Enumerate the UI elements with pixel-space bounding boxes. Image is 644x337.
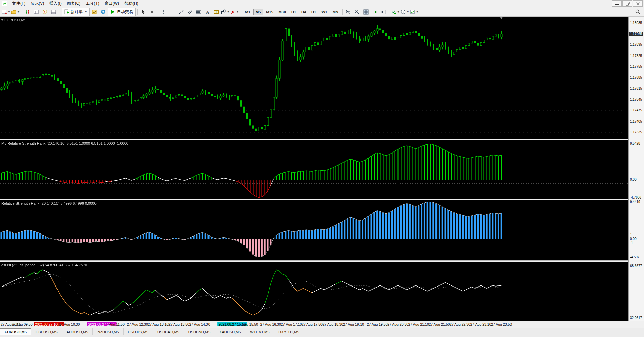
market-watch-button[interactable]	[24, 8, 32, 16]
timeframe-m5-button[interactable]: M5	[253, 9, 263, 15]
chart-tab-audusd-m5[interactable]: AUDUSD,M5	[62, 328, 93, 335]
auto-trading-button[interactable]: 自动交易	[108, 8, 136, 16]
menu-file[interactable]: 文件(F)	[9, 0, 28, 7]
terminal-button[interactable]	[50, 8, 58, 16]
chart-tab-dxy-u1-m5[interactable]: DXY_U1,M5	[274, 328, 304, 335]
scale-label: 1.17545	[630, 98, 642, 101]
community-button[interactable]	[99, 8, 107, 16]
templates-button[interactable]: ▼	[410, 8, 419, 16]
chart-tab-gbpusd-m5[interactable]: GBPUSD,M5	[31, 328, 62, 335]
profiles-button[interactable]: ▼	[11, 8, 20, 16]
auto-trading-label: 自动交易	[117, 9, 133, 15]
time-label: 27 Aug 13:50	[168, 322, 189, 326]
time-label: 27 Aug 13:10	[148, 322, 168, 326]
templates-icon	[410, 9, 415, 15]
data-window-icon	[34, 9, 39, 15]
menu-insert[interactable]: 插入(I)	[47, 0, 64, 7]
tile-windows-button[interactable]	[362, 8, 370, 16]
horizontal-line-button[interactable]	[168, 8, 177, 16]
menu-window[interactable]: 窗口(W)	[102, 0, 122, 7]
community-icon	[101, 9, 106, 15]
chart-tab-eurusd-m5[interactable]: EURUSD,M5	[0, 328, 31, 335]
text-label-tool-button[interactable]: T	[212, 8, 220, 16]
restore-button[interactable]	[622, 0, 632, 7]
new-order-label: 新订单	[71, 9, 83, 15]
navigator-button[interactable]	[41, 8, 49, 16]
zoom-out-button[interactable]	[353, 8, 361, 16]
time-label: 27 Aug 22:30	[450, 322, 470, 326]
trendline-button[interactable]	[177, 8, 185, 16]
one-click-trading-arrow-icon[interactable]	[1, 19, 4, 21]
time-label: Aug 15:50	[242, 322, 258, 326]
time-label: 27 Aug 17:50	[302, 322, 323, 326]
search-icon[interactable]	[635, 9, 641, 16]
period-list-button[interactable]: ▼	[401, 8, 409, 16]
minimize-button[interactable]	[612, 0, 622, 7]
menu-help[interactable]: 帮助(H)	[122, 0, 141, 7]
indicator-panel-rsr-m5[interactable]	[0, 140, 628, 199]
timeframe-m1-button[interactable]: M1	[243, 9, 253, 15]
chevron-down-icon: ▼	[85, 10, 87, 13]
chart-tab-xauusd-m5[interactable]: XAUUSD,M5	[215, 328, 245, 335]
chart-tab-nzdusd-m5[interactable]: NZDUSD,M5	[93, 328, 123, 335]
market-watch-icon	[25, 9, 30, 15]
vertical-line-icon	[161, 9, 166, 15]
chevron-down-icon: ▼	[397, 10, 400, 13]
toolbar-separator	[389, 9, 389, 15]
indicator-panel-dsl-rsi[interactable]	[0, 262, 628, 321]
profiles-icon	[11, 9, 16, 15]
timeframe-h4-button[interactable]: H4	[299, 9, 308, 15]
price-scale[interactable]: 1.180351.178951.178251.177551.176851.176…	[628, 17, 644, 321]
menu-tools[interactable]: 工具(T)	[83, 0, 102, 7]
indicator-title: dsl rsi (32, dsl period : 32) 54.8766 41…	[1, 263, 87, 267]
time-label: 27 Aug 19:50	[367, 322, 388, 326]
data-window-button[interactable]	[32, 8, 40, 16]
scale-label: 68.6677	[630, 264, 642, 268]
chart-tab-usdjpy-m5[interactable]: USDJPY,M5	[124, 328, 153, 335]
chart-tab-usdcad-m5[interactable]: USDCAD,M5	[153, 328, 184, 335]
metaeditor-button[interactable]	[90, 8, 99, 16]
shapes-button[interactable]: ▼	[221, 8, 230, 16]
timeframe-m30-button[interactable]: M30	[276, 9, 288, 15]
auto-trading-icon	[110, 9, 116, 15]
auto-scroll-button[interactable]	[371, 8, 379, 16]
chart-shift-button[interactable]	[379, 8, 387, 16]
current-price-tag: 1.17965	[629, 32, 643, 36]
close-button[interactable]	[633, 0, 643, 7]
indicator-panel-rsr[interactable]	[0, 200, 628, 260]
text-tool-button[interactable]: A	[203, 8, 212, 16]
indicators-list-icon	[391, 9, 396, 15]
new-chart-button[interactable]: ▼	[2, 8, 10, 16]
arrow-tools-button[interactable]: ▼	[230, 8, 239, 16]
time-axis[interactable]: 27 Aug 202127 Aug 09:502021.08.27 10:002…	[0, 321, 644, 328]
scale-label: 32.0617	[630, 316, 642, 320]
cursor-button[interactable]	[139, 8, 147, 16]
time-label: 27 Aug 17:10	[281, 322, 302, 326]
time-label: 27 Aug 19:10	[343, 322, 364, 326]
chart-tab-usdcnh-m5[interactable]: USDCNH,M5	[184, 328, 215, 335]
fibonacci-retracement-button[interactable]	[195, 8, 203, 16]
timeframe-h1-button[interactable]: H1	[289, 9, 298, 15]
equidistant-channel-button[interactable]	[186, 8, 194, 16]
equidistant-channel-icon	[187, 9, 193, 15]
scale-label: 9.4419	[630, 200, 640, 204]
chart-tab-strip: EURUSD,M5GBPUSD,M5AUDUSD,M5NZDUSD,M5USDJ…	[0, 328, 644, 335]
menu-charts[interactable]: 图表(C)	[64, 0, 83, 7]
indicators-list-button[interactable]: ▼	[391, 8, 400, 16]
price-chart[interactable]	[0, 17, 628, 139]
chart-tab-wti-v1-m5[interactable]: WTI_V1,M5	[245, 328, 274, 335]
zoom-in-button[interactable]	[344, 8, 352, 16]
new-order-button[interactable]: 新订单▼	[62, 8, 90, 16]
window-edge	[0, 335, 644, 337]
timeframe-mn-button[interactable]: MN	[330, 9, 341, 15]
menu-view[interactable]: 显示(V)	[28, 0, 47, 7]
time-label: 27 Aug 21:50	[429, 322, 450, 326]
timeframe-d1-button[interactable]: D1	[309, 9, 318, 15]
time-label: 27 Aug 18:30	[323, 322, 343, 326]
metaeditor-icon	[92, 9, 97, 15]
timeframe-w1-button[interactable]: W1	[319, 9, 330, 15]
vertical-line-button[interactable]	[160, 8, 168, 16]
crosshair-button[interactable]	[148, 8, 156, 16]
timeframe-m15-button[interactable]: M15	[264, 9, 275, 15]
time-label: 27 Aug 12:30	[127, 322, 148, 326]
